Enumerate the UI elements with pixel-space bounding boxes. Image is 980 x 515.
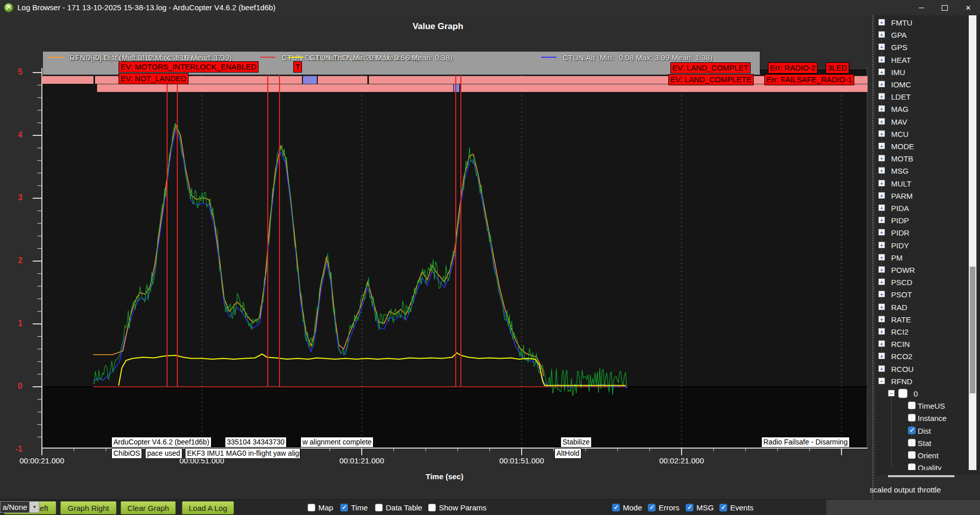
x-axis-tick-label: 00:01:51.000: [499, 456, 544, 465]
checkbox-icon[interactable]: [340, 504, 348, 511]
tree-item-msg[interactable]: +MSG: [876, 165, 968, 176]
tree-item-label: PSOT: [891, 290, 912, 299]
tree-item-pscd[interactable]: +PSCD: [876, 276, 968, 288]
checkbox-icon[interactable]: [612, 504, 620, 511]
log-tree[interactable]: +FMTU+GPA+GPS+HEAT+IMU+IOMC+LDET+MAG+MAV…: [876, 15, 968, 470]
tree-item-mav[interactable]: +MAV: [876, 116, 968, 127]
tree-connector: [881, 20, 882, 384]
maximize-button[interactable]: [933, 0, 956, 15]
toolbar-checkbox-item[interactable]: Errors: [648, 502, 680, 512]
log-message-annotation: AltHold: [554, 448, 581, 459]
tree-item-pidp[interactable]: +PIDP: [876, 215, 968, 226]
flight-mode-band: [303, 76, 317, 84]
tree-item-pm[interactable]: +PM: [876, 252, 968, 263]
toolbar-checkbox-item[interactable]: Map: [308, 502, 333, 512]
minimize-button[interactable]: [909, 0, 933, 15]
legend-color-swatch: [288, 57, 304, 58]
param-select[interactable]: a/None ▼: [0, 501, 39, 513]
field-checkbox[interactable]: [898, 389, 907, 398]
tree-connector: [891, 397, 892, 468]
checkbox-icon[interactable]: [648, 504, 656, 511]
tree-item-rcou[interactable]: +RCOU: [876, 363, 968, 374]
tree-scrollbar-thumb[interactable]: [970, 267, 975, 393]
toolbar-checkbox-item[interactable]: Show Params: [428, 502, 486, 512]
tree-item-fmtu[interactable]: +FMTU: [876, 17, 968, 28]
tree-item-label: Orient: [918, 451, 939, 460]
tree-item-gpa[interactable]: +GPA: [876, 29, 968, 40]
tree-item-rco2[interactable]: +RCO2: [876, 350, 968, 362]
value-graph-plot[interactable]: [20, 68, 870, 461]
event-line: [455, 75, 456, 387]
tree-item-motb[interactable]: +MOTB: [876, 153, 968, 164]
tree-item-label: MAV: [891, 118, 907, 126]
toolbar-button[interactable]: Clear Graph: [121, 501, 176, 514]
bottom-right-panel: [826, 500, 980, 515]
tree-item-timeus[interactable]: TimeUS: [876, 400, 968, 411]
chevron-down-icon[interactable]: ▼: [29, 502, 39, 512]
tree-item-pidy[interactable]: +PIDY: [876, 240, 968, 251]
checkbox-icon[interactable]: [686, 504, 693, 511]
tree-item-dist[interactable]: Dist: [876, 425, 968, 436]
toolbar-button[interactable]: Load A Log: [182, 501, 234, 514]
tree-item-pidr[interactable]: +PIDR: [876, 227, 968, 238]
tree-item-label: PIDA: [891, 204, 909, 213]
tree-item-rcin[interactable]: +RCIN: [876, 338, 968, 349]
log-message-annotation: w alignment complete: [300, 437, 374, 448]
toolbar-checkbox-item[interactable]: Mode: [612, 502, 642, 512]
tree-item-quality[interactable]: Quality: [876, 462, 968, 470]
tree-item-parm[interactable]: +PARM: [876, 190, 968, 201]
toolbar-checkbox-item[interactable]: Events: [719, 502, 754, 512]
tree-item-label: IOMC: [891, 80, 911, 89]
tree-item-mode[interactable]: +MODE: [876, 141, 968, 152]
event-line: [460, 75, 461, 387]
tree-item-gps[interactable]: +GPS: [876, 41, 968, 53]
tree-item-label: PM: [891, 253, 903, 262]
tree-item-mag[interactable]: +MAG: [876, 103, 968, 114]
maximize-icon: [942, 5, 948, 11]
checkbox-icon[interactable]: [308, 504, 315, 511]
legend-label: RFND[ 0].Dist (Min: 0.12 Max: 4.16 Mean:…: [69, 53, 232, 62]
tree-item-iomc[interactable]: +IOMC: [876, 79, 968, 90]
tree-item-label: RCOU: [891, 365, 914, 373]
legend-entry[interactable]: CTUN.Alt (Min: -0.08 Max: 3.99 Mean: 1.3…: [541, 52, 712, 63]
close-button[interactable]: ✕: [956, 0, 980, 15]
tree-item-mult[interactable]: +MULT: [876, 178, 968, 189]
tree-item-orient[interactable]: Orient: [876, 450, 968, 461]
tree-item-heat[interactable]: +HEAT: [876, 54, 968, 65]
toolbar-button[interactable]: Graph Right: [60, 501, 116, 514]
tree-item-psot[interactable]: +PSOT: [876, 289, 968, 300]
tree-item-label: HEAT: [891, 56, 911, 64]
collapse-icon[interactable]: −: [888, 390, 895, 396]
tree-scrollbar-track[interactable]: [969, 15, 976, 470]
tree-item-rci2[interactable]: +RCI2: [876, 326, 968, 337]
tree-item-label: RFND: [891, 377, 913, 386]
tree-item-stat[interactable]: Stat: [876, 437, 968, 449]
toolbar-checkbox-item[interactable]: Time: [340, 502, 368, 512]
legend-entry[interactable]: CTUN.ThO (Min: 0 Max: 0.56 Mean: 0.38): [288, 52, 452, 63]
event-flag: T: [293, 61, 302, 73]
minimize-icon: [919, 8, 924, 8]
tree-hscrollbar-thumb[interactable]: [888, 475, 954, 477]
log-message-annotation: pace used: [145, 448, 182, 459]
panel-splitter[interactable]: [873, 15, 873, 499]
tree-item-powr[interactable]: +POWR: [876, 264, 968, 275]
toolbar-checkbox-item[interactable]: Data Table: [375, 502, 422, 512]
tree-item-imu[interactable]: +IMU: [876, 66, 968, 78]
log-message-annotation: EKF3 IMU1 MAG0 in-flight yaw alignment c…: [185, 448, 300, 459]
tree-item-rfnd[interactable]: −RFND: [876, 376, 968, 387]
toolbar-checkbox-item[interactable]: MSG: [686, 502, 714, 512]
tree-item-ldet[interactable]: +LDET: [876, 91, 968, 102]
tree-item-mcu[interactable]: +MCU: [876, 128, 968, 139]
checkbox-icon[interactable]: [428, 504, 436, 511]
flight-mode-band: [97, 84, 453, 92]
event-line: [279, 75, 280, 387]
tree-item-rad[interactable]: +RAD: [876, 301, 968, 313]
tree-item-rate[interactable]: +RATE: [876, 314, 968, 325]
tree-item-instance[interactable]: Instance: [876, 412, 968, 424]
field-tooltip: scaled output throttle: [870, 485, 941, 494]
titlebar[interactable]: Log Browser - 171 13-10-2025 15-38-13.lo…: [0, 0, 980, 16]
checkbox-icon[interactable]: [375, 504, 383, 511]
tree-item-0[interactable]: −0: [876, 388, 968, 399]
checkbox-icon[interactable]: [719, 504, 727, 511]
tree-item-pida[interactable]: +PIDA: [876, 202, 968, 214]
